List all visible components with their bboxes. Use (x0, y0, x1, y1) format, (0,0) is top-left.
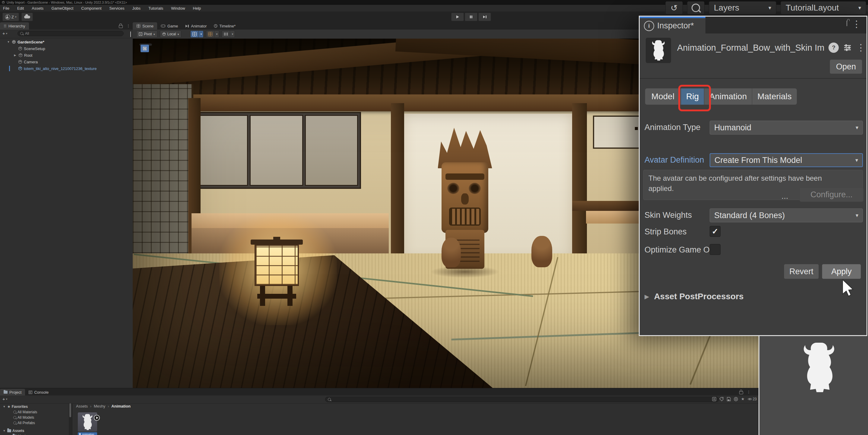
revert-button[interactable]: Revert (784, 264, 819, 279)
menu-window[interactable]: Window (171, 6, 185, 10)
avatar-ellipsis[interactable]: ... (781, 192, 788, 201)
menu-services[interactable]: Services (110, 6, 125, 10)
menu-tutorials[interactable]: Tutorials (148, 6, 163, 10)
avatar-definition-select[interactable]: Create From This Model ▾ (710, 153, 863, 167)
hierarchy-search-input[interactable]: All (18, 31, 124, 36)
search-by-label-icon[interactable] (719, 397, 723, 401)
play-badge[interactable] (94, 415, 100, 421)
hierarchy-item-root[interactable]: ▶ Root (0, 52, 133, 59)
search-button[interactable] (687, 1, 705, 14)
favorites-star-icon[interactable]: ★ (741, 397, 745, 401)
hierarchy-tab-label: Hierarchy (8, 24, 25, 28)
hierarchy-item-scene[interactable]: ▼ GardenScene* (0, 39, 133, 45)
tab-scene[interactable]: Scene (133, 22, 157, 30)
account-button[interactable]: Z ▾ (2, 13, 19, 21)
asset-postprocessors-foldout[interactable]: ▶ Asset PostProcessors (645, 292, 744, 301)
menu-gameobject[interactable]: GameObject (51, 6, 73, 10)
tab-inspector[interactable]: i Inspector* (640, 17, 706, 33)
preset-icon[interactable] (734, 397, 738, 401)
skin-weights-select[interactable]: Standard (4 Bones) ▾ (710, 209, 863, 222)
menu-component[interactable]: Component (81, 6, 101, 10)
tab-project[interactable]: Project (0, 389, 25, 396)
cloud-services-button[interactable] (22, 13, 33, 21)
favorite-all-materials[interactable]: All Materials (0, 409, 37, 414)
favorites-root[interactable]: ▼ ★ Favorites (0, 404, 28, 409)
pivot-toggle[interactable]: Pivot ▾ (136, 30, 157, 38)
configure-button[interactable]: Configure... (800, 187, 864, 202)
step-button[interactable] (478, 13, 491, 21)
layers-dropdown[interactable]: Layers ▾ (709, 1, 776, 14)
inspector-menu-icon[interactable]: ⋮ (852, 20, 861, 29)
tab-animator[interactable]: Animator (182, 22, 210, 30)
create-object-button[interactable]: + ▾ (2, 31, 7, 36)
pause-button[interactable] (465, 13, 477, 21)
tool-handle-toggle[interactable]: ▾ (222, 30, 235, 38)
assets-root-folder[interactable]: ▼ Assets (0, 428, 24, 433)
tab-game[interactable]: Game (157, 22, 182, 30)
breadcrumb-meshy[interactable]: Meshy (94, 404, 105, 408)
tab-console[interactable]: Console (25, 389, 52, 396)
grid-snap-toggle[interactable]: ▾ (190, 30, 204, 38)
help-icon[interactable]: ? (829, 42, 839, 53)
grid-snap-dropdown-icon[interactable]: ▾ (199, 30, 204, 38)
apply-button[interactable]: Apply (822, 264, 861, 279)
menu-jobs[interactable]: Jobs (132, 6, 140, 10)
snap-increment-toggle[interactable]: ▾ (206, 30, 219, 38)
optimize-gameobjects-checkbox[interactable] (710, 244, 720, 255)
expand-icon[interactable]: ▼ (2, 405, 6, 408)
local-toggle[interactable]: Local ▾ (160, 30, 182, 38)
menu-assets[interactable]: Assets (32, 6, 43, 10)
presets-icon[interactable] (843, 43, 852, 52)
tab-materials[interactable]: Materials (752, 88, 797, 105)
scene-visibility-icon[interactable] (130, 32, 131, 37)
header-menu-icon[interactable]: ⋮ (856, 43, 865, 52)
local-icon (162, 32, 166, 36)
project-folder-icon (4, 391, 7, 394)
menu-file[interactable]: File (3, 6, 9, 10)
menu-edit[interactable]: Edit (17, 6, 24, 10)
breadcrumb-assets[interactable]: Assets (76, 404, 88, 408)
history-button[interactable]: ↺ (665, 1, 683, 14)
animation-type-select[interactable]: Humanoid ▾ (710, 121, 863, 134)
snap-dropdown-icon[interactable]: ▾ (214, 30, 219, 38)
expand-icon[interactable]: ▼ (7, 40, 10, 43)
asset-icon (646, 38, 671, 63)
create-asset-button[interactable]: + ▾ (2, 396, 7, 402)
custom-tool-button[interactable] (141, 45, 149, 52)
play-button[interactable] (451, 13, 464, 21)
layout-dropdown[interactable]: TutorialLayout ▾ (780, 1, 866, 14)
inspector-lock-icon[interactable] (846, 21, 847, 26)
hierarchy-item-totem[interactable]: totem_tiki_alto_nive_1210071236_texture (0, 65, 133, 72)
tab-hierarchy[interactable]: ☰ Hierarchy (0, 22, 29, 30)
favorite-all-prefabs[interactable]: All Prefabs (0, 420, 35, 425)
revert-button-label: Revert (789, 267, 813, 276)
expand-icon[interactable]: ▼ (2, 429, 6, 432)
favorite-all-models[interactable]: All Models (0, 415, 34, 420)
handle-dropdown-icon[interactable]: ▾ (230, 30, 235, 38)
tree-scrollbar[interactable] (69, 403, 72, 435)
panel-menu-icon[interactable]: ⋮ (747, 390, 751, 394)
tree-divider[interactable] (72, 403, 72, 435)
tab-model[interactable]: Model (645, 88, 681, 105)
open-button[interactable]: Open (830, 59, 862, 74)
hidden-count-badge[interactable]: 23 (748, 397, 757, 401)
tab-rig[interactable]: Rig (681, 88, 704, 105)
save-search-icon[interactable] (726, 397, 731, 401)
hierarchy-item-scenesetup[interactable]: SceneSetup (0, 45, 133, 52)
hierarchy-item-camera[interactable]: Camera (0, 59, 133, 65)
project-search-input[interactable] (325, 397, 719, 402)
expand-icon[interactable]: ▶ (13, 54, 17, 57)
tab-timeline[interactable]: Timeline* (210, 22, 239, 30)
menu-help[interactable]: Help (193, 6, 201, 10)
asset-tile[interactable]: Animation... (78, 412, 97, 435)
tab-animation[interactable]: Animation (704, 88, 752, 105)
project-tab-label: Project (9, 390, 22, 395)
lock-icon[interactable] (119, 25, 123, 28)
search-by-type-icon[interactable] (712, 397, 716, 401)
hierarchy-toolbar: + ▾ All (0, 30, 133, 38)
meshy-folder[interactable]: ▼ Meshy (0, 434, 28, 435)
strip-bones-checkbox[interactable]: ✓ (710, 226, 720, 237)
breadcrumb-animation[interactable]: Animation (111, 404, 131, 408)
panel-menu-icon[interactable]: ⋮ (126, 24, 130, 28)
lock-icon[interactable] (739, 391, 743, 394)
